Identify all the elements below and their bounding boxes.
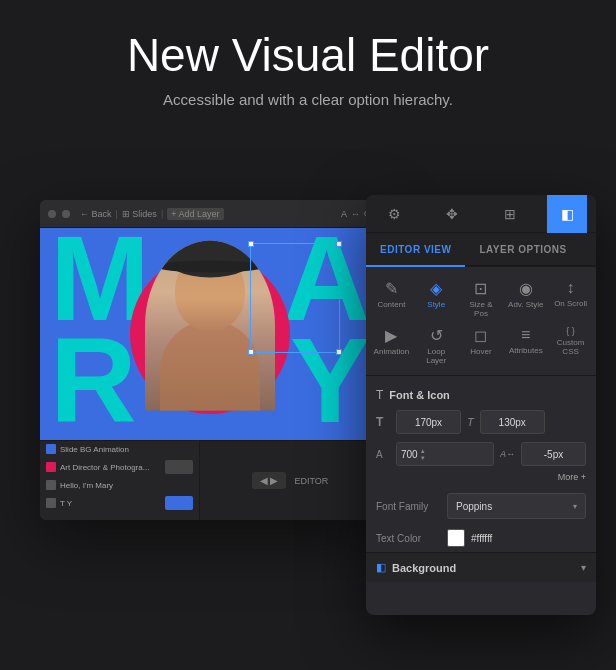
onscroll-icon: ↕ <box>567 279 575 297</box>
canvas-main[interactable]: M A R Y <box>40 228 380 440</box>
nav-a: A <box>341 209 347 219</box>
color-swatch[interactable] <box>447 529 465 547</box>
panel-tab-settings[interactable]: ⚙ <box>375 195 415 233</box>
layer-item-1[interactable]: Slide BG Animation <box>40 441 199 457</box>
layers-panel: Slide BG Animation Art Director & Photog… <box>40 441 200 520</box>
person-head <box>175 251 245 331</box>
text-color-control[interactable]: #ffffff <box>447 529 586 547</box>
weight-label: A <box>376 449 390 460</box>
content-tabs-row1: ✎ Content ◈ Style ⊡ Size & Pos ◉ Adv. St… <box>366 267 596 322</box>
tab-hover[interactable]: ◻ Hover <box>460 322 503 369</box>
layer-icon-4 <box>46 498 56 508</box>
tab-style-label: Style <box>427 300 445 309</box>
tab-attributes-label: Attributes <box>509 346 543 355</box>
panel-divider <box>366 375 596 376</box>
text-color-row: Text Color #ffffff <box>366 524 596 552</box>
spacing-value: -5px <box>544 449 563 460</box>
person-hat <box>163 241 257 278</box>
chevron-down-icon: ▾ <box>573 502 577 511</box>
topbar-nav: ← Back | ⊞ Slides | + Add Layer <box>80 208 224 220</box>
timeline-play[interactable]: ◀ ▶ <box>252 472 287 489</box>
tab-looplayer[interactable]: ↺ Loop Layer <box>415 322 458 369</box>
arrow-up: ▲ <box>420 448 426 454</box>
layer-item-2[interactable]: Art Director & Photogra... <box>40 457 199 477</box>
editor-preview: ← Back | ⊞ Slides | + Add Layer A ↔ ⟳ M … <box>40 200 380 520</box>
layer-icon-1 <box>46 444 56 454</box>
editor-topbar: ← Back | ⊞ Slides | + Add Layer A ↔ ⟳ <box>40 200 380 228</box>
editor-bottom: Slide BG Animation Art Director & Photog… <box>40 440 380 520</box>
panel-tab-stack[interactable]: ◧ <box>547 195 587 233</box>
layer-name-1: Slide BG Animation <box>60 445 129 454</box>
tab-layer-options[interactable]: LAYER OPTIONS <box>465 232 580 266</box>
content-icon: ✎ <box>385 279 398 298</box>
font-family-row: Font Family Poppins ▾ <box>366 488 596 524</box>
size1-input[interactable]: 170px <box>396 410 461 434</box>
animation-icon: ▶ <box>385 326 397 345</box>
layer-name-3: Hello, I'm Mary <box>60 481 113 490</box>
spacing-label: A↔ <box>500 449 515 459</box>
tab-customcss-label: Custom CSS <box>551 338 590 356</box>
tab-sizepos-label: Size & Pos <box>462 300 501 318</box>
nav-sep2: | <box>161 209 163 219</box>
stepper-arrows: ▲ ▼ <box>420 448 426 461</box>
tab-animation[interactable]: ▶ Animation <box>370 322 413 369</box>
nav-slides[interactable]: ⊞ Slides <box>122 209 157 219</box>
layer-item-3[interactable]: Hello, I'm Mary <box>40 477 199 493</box>
color-hex-value: #ffffff <box>471 533 492 544</box>
font-weight-row2: A 700 ▲ ▼ A↔ -5px <box>366 438 596 470</box>
more-link[interactable]: More + <box>366 470 596 488</box>
tab-onscroll-label: On Scroll <box>554 299 587 308</box>
sizepos-icon: ⊡ <box>474 279 487 298</box>
more-label: More + <box>558 472 586 482</box>
layer-thumb-2 <box>165 460 193 474</box>
size1-value: 170px <box>415 417 442 428</box>
tab-advstyle[interactable]: ◉ Adv. Style <box>504 275 547 322</box>
background-icon: ◧ <box>376 561 386 574</box>
layer-item-4[interactable]: T Y <box>40 493 199 513</box>
background-label: Background <box>392 562 456 574</box>
tab-editor-view[interactable]: EDITOR VIEW <box>366 233 465 267</box>
nav-resize[interactable]: ↔ <box>351 209 360 219</box>
timeline-label: EDITOR <box>294 476 328 486</box>
font-icon-section-header[interactable]: T Font & Icon <box>366 382 596 406</box>
weight-stepper[interactable]: 700 ▲ ▼ <box>396 442 494 466</box>
content-tabs-row2: ▶ Animation ↺ Loop Layer ◻ Hover ≡ Attri… <box>366 322 596 375</box>
tab-attributes[interactable]: ≡ Attributes <box>504 322 547 369</box>
person-body <box>160 321 260 411</box>
tab-looplayer-label: Loop Layer <box>417 347 456 365</box>
panel-tab-move[interactable]: ✥ <box>432 195 472 233</box>
layer-name-4: T Y <box>60 499 72 508</box>
nav-back[interactable]: ← Back <box>80 209 112 219</box>
tab-advstyle-label: Adv. Style <box>508 300 543 309</box>
size2-value: 130px <box>499 417 526 428</box>
hero-section: New Visual Editor Accessible and with a … <box>0 30 616 108</box>
hero-title: New Visual Editor <box>0 30 616 81</box>
background-chevron-icon: ▾ <box>581 562 586 573</box>
size-sep1: T <box>467 416 474 428</box>
tab-customcss[interactable]: { } Custom CSS <box>549 322 592 369</box>
arrow-down: ▼ <box>420 455 426 461</box>
text-color-label: Text Color <box>376 533 441 544</box>
letter-r: R <box>50 320 137 440</box>
weight-value: 700 <box>401 449 418 460</box>
gear-icon: ⚙ <box>388 206 401 222</box>
spacing-input[interactable]: -5px <box>521 442 586 466</box>
font-family-label: Font Family <box>376 501 441 512</box>
font-family-dropdown[interactable]: Poppins ▾ <box>447 493 586 519</box>
stack-icon: ◧ <box>561 206 574 222</box>
tab-onscroll[interactable]: ↕ On Scroll <box>549 275 592 322</box>
panel-tab-layers[interactable]: ⊞ <box>490 195 530 233</box>
letter-y: Y <box>290 320 370 440</box>
hero-subtitle: Accessible and with a clear option hiera… <box>0 91 616 108</box>
nav-add-layer[interactable]: + Add Layer <box>167 208 223 220</box>
size1-label: T <box>376 415 390 429</box>
tab-animation-label: Animation <box>374 347 410 356</box>
tab-content-label: Content <box>377 300 405 309</box>
tab-content[interactable]: ✎ Content <box>370 275 413 322</box>
topbar-dot-1 <box>48 210 56 218</box>
tab-sizepos[interactable]: ⊡ Size & Pos <box>460 275 503 322</box>
size2-input[interactable]: 130px <box>480 410 545 434</box>
tab-style[interactable]: ◈ Style <box>415 275 458 322</box>
layer-thumb-4 <box>165 496 193 510</box>
background-section[interactable]: ◧ Background ▾ <box>366 552 596 582</box>
